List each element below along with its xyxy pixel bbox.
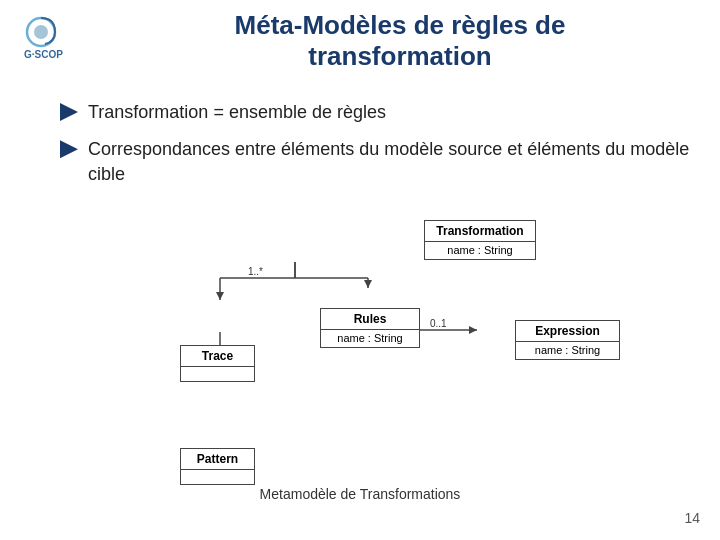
rules-uml-box: Rules name : String [320,308,420,348]
expression-uml-box: Expression name : String [515,320,620,360]
svg-marker-14 [469,326,477,334]
rules-box-title: Rules [321,309,419,330]
svg-text:0..1: 0..1 [430,318,447,329]
svg-marker-10 [216,292,224,300]
expression-box-attr: name : String [516,342,619,359]
bullet-item: Correspondances entre éléments du modèle… [60,137,690,187]
bullet-text-1: Transformation = ensemble de règles [88,100,386,125]
title-line1: Méta-Modèles de règles de [235,10,566,40]
pattern-box-attr [181,470,254,484]
trans-box-attr: name : String [425,242,535,259]
bullet-icon [60,103,78,121]
trace-box-title: Trace [181,346,254,367]
transformation-uml-box: Transformation name : String [424,220,536,260]
page-title: Méta-Modèles de règles de transformation [100,10,700,72]
expression-box-title: Expression [516,321,619,342]
trans-box-title: Transformation [425,221,535,242]
title-line2: transformation [308,41,491,71]
caption-text: Metamodèle de Transformations [260,486,461,502]
diagram-wrapper: 1..* 1..* 0..1 Transformation name : Str… [120,220,600,435]
svg-text:G·SCOP: G·SCOP [24,49,63,60]
svg-marker-6 [364,280,372,288]
bullet-icon [60,140,78,158]
svg-point-1 [34,25,48,39]
page-number: 14 [684,510,700,526]
bullet-list: Transformation = ensemble de règles Corr… [60,100,690,200]
page-number-text: 14 [684,510,700,526]
pattern-box-title: Pattern [181,449,254,470]
diagram-caption: Metamodèle de Transformations [0,486,720,502]
pattern-uml-box: Pattern [180,448,255,485]
trace-box-attr [181,367,254,381]
svg-text:1..*: 1..* [248,266,263,277]
uml-diagram: 1..* 1..* 0..1 Transformation name : Str… [120,220,600,435]
rules-box-attr: name : String [321,330,419,347]
bullet-item: Transformation = ensemble de règles [60,100,690,125]
trace-uml-box: Trace [180,345,255,382]
bullet-text-2: Correspondances entre éléments du modèle… [88,137,690,187]
logo: G·SCOP [14,14,84,69]
